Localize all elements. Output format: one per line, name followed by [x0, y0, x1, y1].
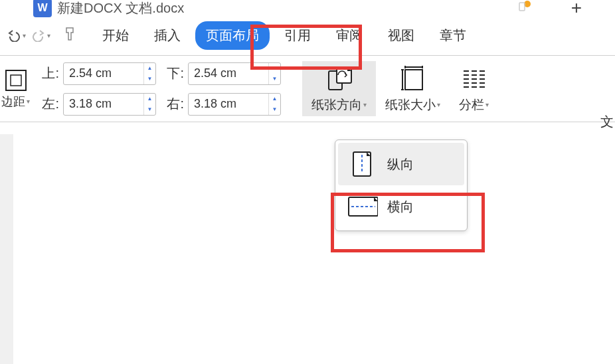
margin-right-input[interactable]: 3.18 cm ▲▼	[188, 93, 281, 116]
chevron-down-icon: ▾	[363, 101, 367, 108]
paper-size-icon	[398, 64, 428, 94]
tab-view[interactable]: 视图	[377, 21, 425, 50]
svg-rect-1	[519, 3, 525, 11]
tab-review[interactable]: 审阅	[325, 21, 373, 50]
orientation-landscape[interactable]: 横向	[338, 185, 464, 228]
menubar: ▾ ▾ 开始 插入 页面布局 引用 审阅 视图 章节	[0, 16, 615, 56]
redo-button[interactable]: ▾	[31, 30, 50, 42]
margins-label: 边距▾	[1, 94, 30, 110]
svg-rect-3	[11, 75, 21, 86]
spinner[interactable]: ▲▼	[268, 63, 280, 84]
chevron-down-icon: ▾	[437, 101, 440, 108]
text-direction-partial: 文	[600, 113, 614, 131]
margins-group[interactable]: 边距▾	[0, 68, 34, 110]
orientation-dropdown: 纵向 横向	[335, 139, 468, 231]
margin-left-input[interactable]: 3.18 cm ▲▼	[63, 93, 156, 116]
chevron-down-icon: ▾	[47, 32, 50, 39]
tab-start[interactable]: 开始	[92, 21, 139, 50]
landscape-icon	[346, 192, 378, 221]
tab-references[interactable]: 引用	[274, 21, 321, 50]
tab-insert[interactable]: 插入	[143, 21, 191, 50]
columns-button[interactable]: 分栏 ▾	[450, 61, 498, 116]
paper-size-button[interactable]: 纸张大小 ▾	[376, 61, 450, 116]
margin-top-label: 上:	[37, 64, 59, 82]
margin-bottom-input[interactable]: 2.54 cm ▲▼	[188, 62, 281, 85]
columns-icon	[460, 64, 489, 94]
margin-right-label: 右:	[161, 95, 184, 113]
undo-redo-group: ▾ ▾	[7, 27, 76, 45]
margins-icon	[4, 68, 28, 92]
tab-chapter[interactable]: 章节	[429, 21, 477, 50]
orientation-button[interactable]: 纸张方向 ▾	[302, 61, 376, 116]
svg-rect-6	[405, 70, 422, 90]
margin-inputs-left-col: 上: 2.54 cm ▲▼ 左: 3.18 cm ▲▼	[34, 62, 159, 116]
format-painter-icon[interactable]	[62, 27, 76, 45]
new-tab-button[interactable]: +	[571, 0, 582, 19]
orientation-icon	[325, 64, 354, 94]
undo-button[interactable]: ▾	[7, 30, 26, 42]
spinner[interactable]: ▲▼	[268, 94, 280, 115]
doc-type-icon: W	[33, 0, 52, 17]
svg-rect-2	[6, 70, 26, 90]
portrait-icon	[346, 149, 378, 179]
ribbon: 边距▾ 上: 2.54 cm ▲▼ 左: 3.18 cm ▲▼ 下: 2.54 …	[0, 56, 615, 122]
spinner[interactable]: ▲▼	[143, 63, 155, 84]
chevron-down-icon: ▾	[485, 101, 489, 108]
document-edge	[0, 134, 13, 364]
margin-top-input[interactable]: 2.54 cm ▲▼	[63, 62, 156, 85]
spinner[interactable]: ▲▼	[143, 94, 155, 115]
margin-left-label: 左:	[37, 95, 59, 113]
chevron-down-icon: ▾	[23, 32, 26, 39]
orientation-portrait[interactable]: 纵向	[338, 143, 464, 185]
status-indicator	[518, 0, 531, 16]
document-title: 新建DOCX 文档.docx	[57, 0, 184, 17]
tab-page-layout[interactable]: 页面布局	[195, 21, 270, 50]
margin-inputs-right-col: 下: 2.54 cm ▲▼ 右: 3.18 cm ▲▼	[159, 62, 284, 116]
margin-bottom-label: 下:	[161, 64, 184, 82]
titlebar: W 新建DOCX 文档.docx +	[0, 0, 615, 16]
